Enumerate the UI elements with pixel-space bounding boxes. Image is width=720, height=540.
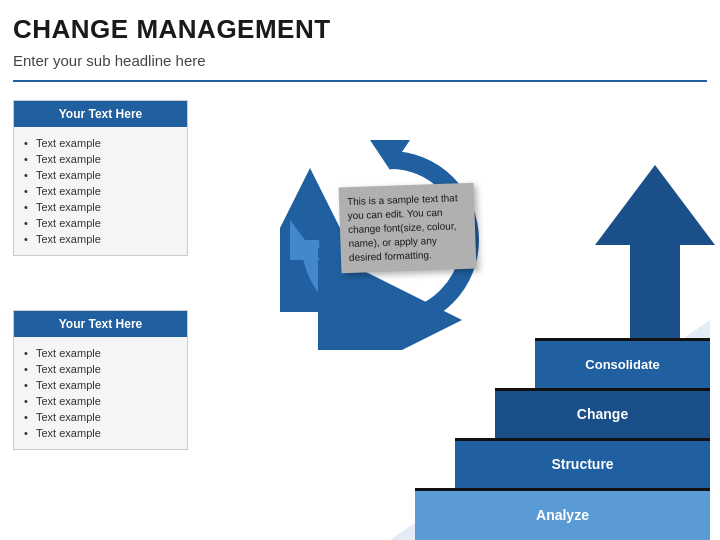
sep-analyze	[415, 488, 710, 491]
list-item: Text example	[24, 361, 177, 377]
header-divider	[13, 80, 707, 82]
sep-change	[495, 388, 710, 391]
list-item: Text example	[24, 183, 177, 199]
list-item: Text example	[24, 345, 177, 361]
list-item: Text example	[24, 425, 177, 441]
list-item: Text example	[24, 167, 177, 183]
page-title: CHANGE MANAGEMENT	[13, 14, 331, 45]
text-box-top: Your Text Here Text exampleText exampleT…	[13, 100, 188, 256]
list-item: Text example	[24, 135, 177, 151]
list-item: Text example	[24, 377, 177, 393]
list-item: Text example	[24, 215, 177, 231]
layer-structure-label: Structure	[551, 456, 613, 472]
text-box-bottom-body: Text exampleText exampleText exampleText…	[14, 337, 187, 449]
list-item: Text example	[24, 393, 177, 409]
pyramid-layer-analyze: Analyze	[415, 490, 710, 540]
sep-structure	[455, 438, 710, 441]
layer-change-label: Change	[577, 406, 628, 422]
text-box-top-body: Text exampleText exampleText exampleText…	[14, 127, 187, 255]
layer-analyze-label: Analyze	[536, 507, 589, 523]
text-box-bottom: Your Text Here Text exampleText exampleT…	[13, 310, 188, 450]
list-item: Text example	[24, 199, 177, 215]
pyramid-layer-change: Change	[495, 390, 710, 438]
note-paper[interactable]: This is a sample text that you can edit.…	[339, 183, 477, 274]
page-subtitle: Enter your sub headline here	[13, 52, 206, 69]
layer-consolidate-label: Consolidate	[585, 357, 659, 372]
pyramid-layer-consolidate: Consolidate	[535, 340, 710, 388]
bottom-bullet-list: Text exampleText exampleText exampleText…	[24, 345, 177, 441]
sep-consolidate	[535, 338, 710, 341]
pyramid-layer-structure: Structure	[455, 440, 710, 488]
list-item: Text example	[24, 231, 177, 247]
text-box-top-header: Your Text Here	[14, 101, 187, 127]
list-item: Text example	[24, 409, 177, 425]
list-item: Text example	[24, 151, 177, 167]
text-box-bottom-header: Your Text Here	[14, 311, 187, 337]
top-bullet-list: Text exampleText exampleText exampleText…	[24, 135, 177, 247]
